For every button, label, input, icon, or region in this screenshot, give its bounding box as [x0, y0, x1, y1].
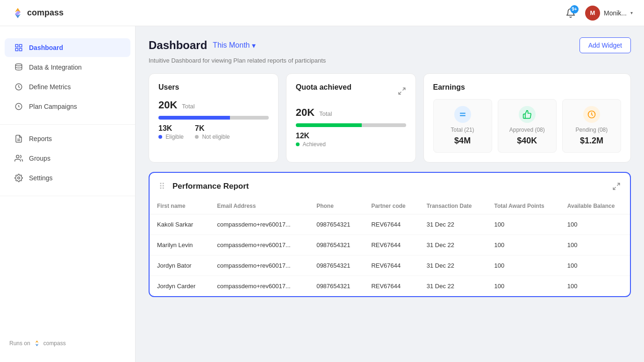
quota-stat-row: 12K Achieved	[296, 132, 406, 148]
topnav-right: 9+ M Monik... ▾	[564, 6, 633, 21]
widget-row: Users 20K Total 13K Eligible	[149, 73, 631, 163]
page-header: Dashboard This Month ▾ Add Widget	[149, 37, 631, 53]
earnings-pending-item: Pending (08) $1.2M	[562, 99, 621, 153]
sidebar-item-dashboard[interactable]: Dashboard	[5, 38, 130, 57]
table-cell-2: 0987654321	[309, 214, 364, 235]
earnings-pending-label: Pending (08)	[567, 127, 616, 133]
page-title-row: Dashboard This Month ▾	[149, 39, 256, 52]
users-total: 20K Total	[158, 99, 269, 111]
compass-logo-icon	[11, 7, 24, 20]
table-cell-1: compassdemo+rev60017...	[210, 235, 309, 256]
earnings-card-title: Earnings	[433, 83, 621, 92]
dashboard-icon	[14, 43, 23, 52]
period-label: This Month	[213, 41, 250, 50]
quota-achieved-label: Achieved	[296, 141, 326, 148]
footer-runs-on: Runs on	[9, 340, 30, 347]
user-menu-button[interactable]: M Monik... ▾	[585, 6, 633, 21]
users-not-eligible-bar	[230, 116, 269, 120]
table-cell-5: 100	[487, 276, 559, 297]
drag-handle-icon[interactable]: ⠿	[159, 181, 165, 192]
table-cell-3: REV67644	[364, 214, 419, 235]
sidebar-item-data-integration[interactable]: Data & Integration	[5, 58, 130, 77]
table-cell-2: 0987654321	[309, 235, 364, 256]
sidebar-item-plan-campaigns[interactable]: Plan Campaigns	[5, 97, 130, 116]
footer-brand: compass	[43, 340, 66, 347]
performance-table-body: Kakoli Sarkarcompassdemo+rev60017...0987…	[150, 214, 630, 297]
sidebar-item-groups[interactable]: Groups	[5, 149, 130, 168]
table-cell-4: 31 Dec 22	[419, 235, 487, 256]
groups-icon	[14, 154, 23, 163]
earnings-pending-amount: $1.2M	[567, 136, 616, 146]
table-cell-0: Kakoli Sarkar	[150, 214, 210, 235]
earnings-approved-amount: $40K	[503, 136, 551, 146]
performance-report-title: Performance Report	[172, 182, 249, 191]
campaigns-icon	[14, 102, 23, 111]
table-cell-1: compassdemo+rev60017...	[210, 214, 309, 235]
quota-total-label: Total	[319, 110, 332, 117]
svg-line-17	[399, 92, 401, 94]
users-total-label: Total	[182, 103, 194, 110]
metrics-icon	[14, 82, 23, 92]
svg-rect-4	[20, 44, 22, 47]
table-cell-3: REV67644	[364, 256, 419, 276]
sidebar-item-metrics-label: Define Metrics	[29, 83, 71, 91]
users-eligible-item: 13K Eligible	[158, 124, 184, 140]
svg-marker-14	[35, 341, 38, 343]
table-cell-0: Marilyn Levin	[150, 235, 210, 256]
sidebar-item-reports[interactable]: Reports	[5, 129, 130, 148]
svg-line-21	[617, 183, 620, 185]
col-phone: Phone	[309, 198, 364, 214]
table-cell-4: 31 Dec 22	[419, 214, 487, 235]
svg-rect-6	[15, 49, 18, 51]
table-cell-6: 100	[560, 276, 630, 297]
table-cell-1: compassdemo+rev60017...	[210, 276, 309, 297]
notification-badge: 9+	[570, 5, 579, 14]
sidebar-footer: Runs on compass	[0, 332, 135, 355]
quota-total-number: 20K	[296, 106, 315, 118]
period-selector-button[interactable]: This Month ▾	[213, 41, 255, 50]
sidebar-item-define-metrics[interactable]: Define Metrics	[5, 78, 130, 96]
users-eligible-count: 13K	[158, 124, 184, 133]
main-content: Dashboard This Month ▾ Add Widget Intuit…	[136, 26, 644, 362]
topnav: compass 9+ M Monik... ▾	[0, 0, 644, 26]
svg-point-13	[18, 177, 20, 179]
not-eligible-dot	[195, 135, 199, 139]
table-cell-1: compassdemo+rev60017...	[210, 256, 309, 276]
add-widget-button[interactable]: Add Widget	[580, 37, 631, 53]
earnings-grid: Total (21) $4M Approved (08) $40K	[433, 99, 621, 153]
users-eligible-label: Eligible	[158, 134, 184, 140]
svg-line-16	[402, 88, 405, 90]
quota-expand-icon[interactable]	[398, 87, 406, 95]
svg-point-12	[16, 155, 19, 158]
sidebar-item-settings[interactable]: Settings	[5, 169, 130, 187]
notifications-button[interactable]: 9+	[564, 6, 578, 20]
layout: Dashboard Data & Integration Define Metr…	[0, 0, 644, 362]
col-first-name: First name	[150, 198, 210, 214]
quota-rest-bar	[362, 123, 406, 127]
quota-card-title: Quota achieved	[296, 83, 351, 92]
data-icon	[14, 63, 23, 72]
performance-table-head: First name Email Address Phone Partner c…	[150, 198, 630, 214]
performance-report-card: ⠿ Performance Report First name Email Ad…	[149, 172, 631, 297]
earnings-total-amount: $4M	[438, 136, 487, 146]
performance-expand-icon[interactable]	[612, 182, 621, 191]
quota-achieved-bar	[296, 123, 362, 127]
users-card-title: Users	[158, 83, 269, 92]
sidebar-item-campaigns-label: Plan Campaigns	[29, 103, 77, 110]
equal-icon	[454, 106, 471, 123]
chevron-down-icon: ▾	[630, 10, 633, 15]
col-partner-code: Partner code	[364, 198, 419, 214]
earnings-approved-label: Approved (08)	[503, 127, 551, 133]
table-cell-4: 31 Dec 22	[419, 276, 487, 297]
table-cell-5: 100	[487, 256, 559, 276]
earnings-total-label: Total (21)	[438, 127, 487, 133]
sidebar-item-groups-label: Groups	[29, 155, 50, 162]
users-total-number: 20K	[158, 99, 177, 111]
reports-icon	[14, 134, 23, 143]
sidebar-item-dashboard-label: Dashboard	[29, 44, 63, 51]
thumbs-up-icon	[519, 106, 536, 123]
quota-title-row: Quota achieved	[296, 83, 406, 99]
quota-achieved-count: 12K	[296, 132, 326, 140]
table-cell-6: 100	[560, 256, 630, 276]
sidebar-secondary-section: Reports Groups Settings	[0, 125, 135, 196]
